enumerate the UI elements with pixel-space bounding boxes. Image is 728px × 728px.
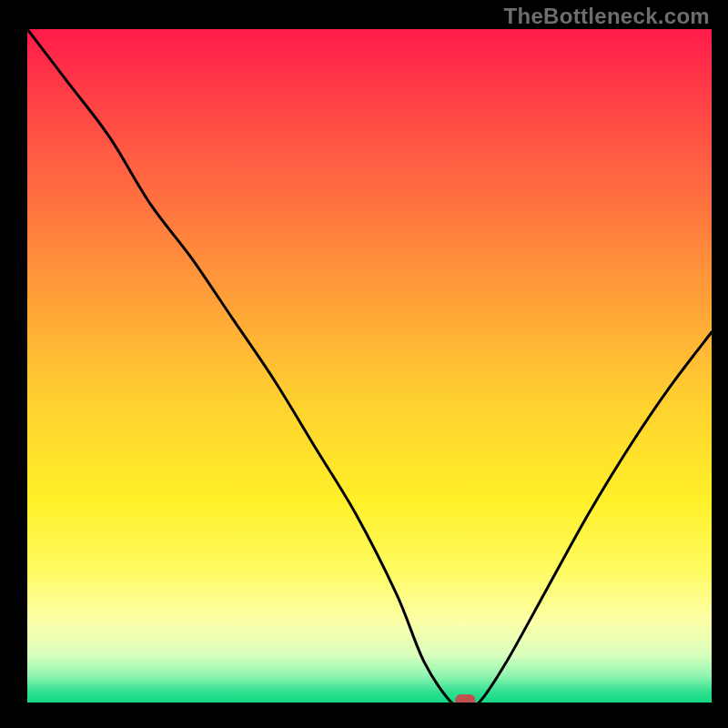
attribution-label: TheBottleneck.com: [504, 4, 710, 29]
bottleneck-chart: [27, 29, 712, 703]
optimum-marker: [455, 694, 475, 703]
gradient-background: [27, 29, 712, 703]
chart-frame: TheBottleneck.com: [0, 0, 728, 728]
plot-area: [27, 29, 712, 703]
